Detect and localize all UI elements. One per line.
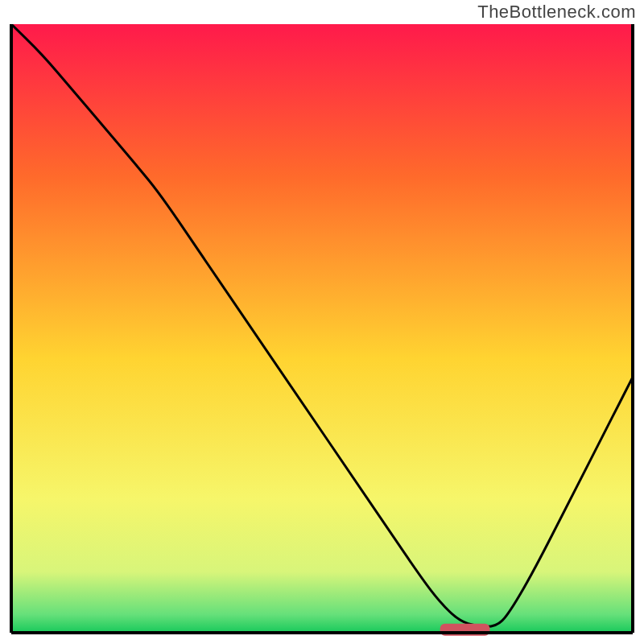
chart-stage: TheBottleneck.com bbox=[0, 0, 644, 644]
watermark-text: TheBottleneck.com bbox=[477, 2, 636, 23]
bottleneck-chart bbox=[0, 0, 644, 644]
gradient-background bbox=[11, 24, 633, 633]
